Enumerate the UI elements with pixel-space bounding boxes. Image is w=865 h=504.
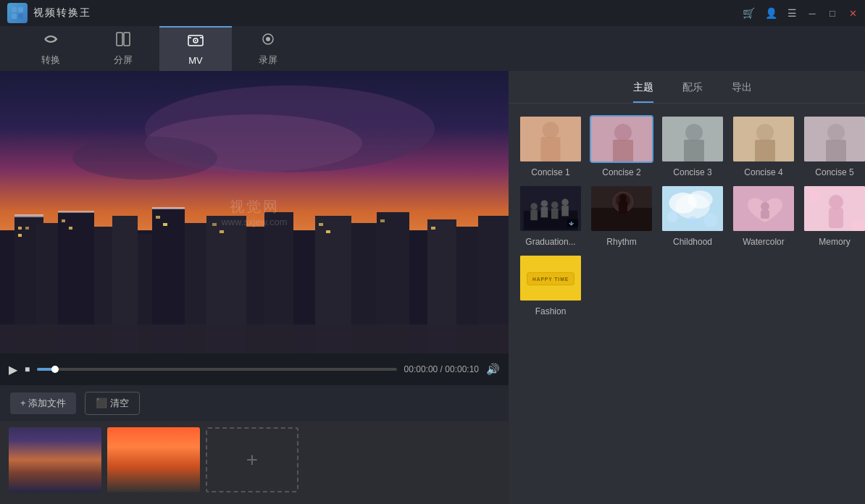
theme-label-concise2: Concise 2 [602, 167, 640, 177]
split-icon [115, 31, 131, 51]
tab-export[interactable]: 导出 [732, 81, 752, 103]
svg-point-12 [266, 37, 270, 41]
theme-item-concise1[interactable]: Concise 1 [519, 115, 582, 177]
theme-img-rhythm [591, 186, 652, 231]
tab-theme[interactable]: 主题 [633, 81, 653, 103]
svg-point-92 [688, 217, 696, 224]
thumbnail-2[interactable] [107, 427, 200, 492]
theme-thumb-concise5 [803, 115, 865, 163]
svg-point-94 [761, 202, 769, 211]
svg-rect-53 [152, 207, 185, 209]
mv-icon [188, 33, 204, 52]
svg-rect-4 [117, 33, 122, 46]
right-panel: 主题 配乐 导出 Concise 1 [509, 71, 865, 504]
svg-rect-77 [551, 209, 559, 219]
theme-item-concise4[interactable]: Concise 4 [732, 115, 795, 177]
main-content: 视觉网 www.sxjew.com ▶ ■ 00:00:00 / 00:00:1… [0, 71, 865, 504]
theme-item-rhythm[interactable]: Rhythm [590, 185, 653, 247]
time-total: 00:00:10 [445, 364, 479, 374]
watermark: 视觉网 www.sxjew.com [221, 197, 287, 227]
theme-thumb-fashion: HAPPY TIME [519, 254, 582, 302]
svg-point-55 [543, 122, 559, 138]
svg-point-91 [703, 214, 717, 227]
svg-rect-78 [561, 206, 569, 216]
svg-rect-40 [62, 219, 65, 222]
thumbnail-1[interactable] [9, 427, 101, 492]
svg-rect-0 [12, 7, 17, 12]
theme-thumb-concise4 [732, 115, 795, 163]
theme-thumb-graduation [519, 185, 582, 232]
tab-music[interactable]: 配乐 [682, 81, 703, 103]
theme-thumb-concise2 [590, 115, 653, 163]
svg-point-74 [561, 199, 569, 206]
theme-item-concise5[interactable]: Concise 5 [803, 115, 865, 177]
theme-thumb-concise3 [661, 115, 724, 163]
svg-rect-50 [0, 324, 509, 353]
theme-label-rhythm: Rhythm [606, 237, 636, 247]
navbar: 转换 分屏 MV 录屏 [0, 26, 865, 71]
svg-point-67 [827, 124, 845, 141]
action-bar: + 添加文件 ⬛ 清空 [0, 385, 509, 421]
close-button[interactable]: ✕ [848, 8, 858, 18]
clear-button[interactable]: ⬛ 清空 [85, 392, 140, 415]
play-button[interactable]: ▶ [9, 363, 17, 377]
app-logo [7, 3, 28, 23]
theme-img-concise5 [804, 117, 865, 161]
left-panel: 视觉网 www.sxjew.com ▶ ■ 00:00:00 / 00:00:1… [0, 71, 509, 504]
svg-rect-39 [18, 234, 22, 237]
svg-rect-43 [163, 223, 167, 226]
svg-rect-3 [18, 14, 23, 19]
svg-rect-49 [431, 227, 435, 230]
svg-rect-75 [530, 210, 538, 220]
nav-item-record[interactable]: 录屏 [232, 26, 304, 71]
volume-icon[interactable]: 🔊 [486, 363, 500, 376]
nav-label-record: 录屏 [259, 54, 277, 67]
svg-point-90 [667, 211, 678, 222]
progress-bar[interactable] [37, 368, 396, 371]
nav-item-split[interactable]: 分屏 [87, 26, 159, 71]
thumb-image-city [9, 427, 101, 492]
nav-label-convert: 转换 [41, 54, 60, 67]
theme-grid: Concise 1 Concise 2 [509, 104, 865, 328]
theme-img-concise3 [662, 117, 723, 161]
nav-item-mv[interactable]: MV [159, 26, 232, 71]
svg-rect-98 [829, 208, 843, 228]
theme-label-memory: Memory [819, 237, 850, 247]
svg-point-58 [614, 124, 632, 141]
svg-point-16 [72, 136, 217, 180]
svg-point-8 [195, 40, 196, 41]
minimize-button[interactable]: ─ [807, 8, 817, 18]
nav-label-split: 分屏 [114, 54, 133, 67]
svg-rect-44 [212, 223, 217, 226]
svg-rect-52 [58, 211, 94, 213]
svg-point-71 [530, 203, 538, 210]
svg-rect-85 [619, 201, 627, 214]
theme-item-fashion[interactable]: HAPPY TIME Fashion [519, 254, 582, 316]
svg-rect-76 [541, 207, 548, 217]
svg-rect-46 [319, 223, 323, 226]
add-thumbnail-button[interactable]: + [206, 427, 298, 492]
theme-item-concise3[interactable]: Concise 3 [661, 115, 724, 177]
theme-item-watercolor[interactable]: Watercolor [732, 185, 795, 247]
theme-item-concise2[interactable]: Concise 2 [590, 115, 653, 177]
nav-item-convert[interactable]: 转换 [14, 26, 87, 71]
theme-item-memory[interactable]: Memory [803, 185, 865, 247]
svg-rect-47 [326, 230, 330, 233]
svg-rect-65 [755, 140, 775, 163]
maximize-button[interactable]: □ [827, 8, 837, 18]
stop-button[interactable]: ■ [25, 364, 30, 374]
tabs: 主题 配乐 导出 [509, 71, 865, 104]
theme-thumb-watercolor [732, 185, 795, 232]
user-icon[interactable]: 👤 [765, 7, 777, 19]
svg-rect-51 [14, 214, 43, 217]
theme-label-concise4: Concise 4 [744, 167, 782, 177]
theme-item-childhood[interactable]: Childhood [661, 185, 724, 247]
add-file-button[interactable]: + 添加文件 [10, 392, 76, 414]
svg-rect-48 [380, 219, 385, 222]
svg-text:HAPPY TIME: HAPPY TIME [532, 277, 569, 282]
list-icon[interactable]: ☰ [787, 7, 797, 19]
record-icon [260, 31, 276, 51]
svg-point-72 [541, 200, 548, 207]
theme-item-graduation[interactable]: Graduation... [519, 185, 582, 247]
cart-icon[interactable]: 🛒 [743, 7, 755, 19]
